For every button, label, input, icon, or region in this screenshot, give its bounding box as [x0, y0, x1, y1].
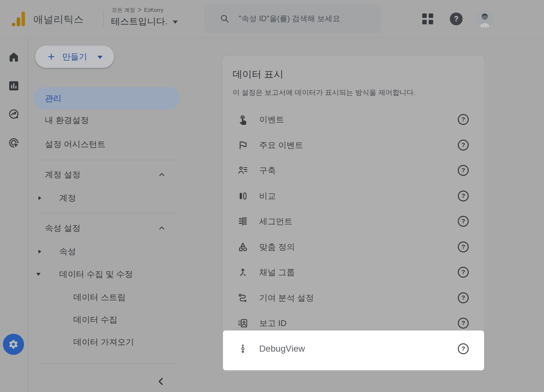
chevron-down-icon	[173, 20, 178, 24]
help-circle-icon[interactable]: ?	[458, 241, 469, 252]
audience-icon	[237, 165, 248, 176]
search-icon	[219, 13, 230, 24]
help-circle-icon[interactable]: ?	[458, 191, 469, 201]
sidebar-item-admin-label: 관리	[45, 93, 62, 104]
chevron-up-icon[interactable]	[158, 170, 166, 179]
header-divider	[103, 11, 103, 27]
flag-icon	[237, 140, 248, 151]
help-circle-icon[interactable]: ?	[458, 114, 469, 125]
breadcrumb-account[interactable]: EzKorry	[144, 7, 163, 13]
product-name: 애널리틱스	[33, 13, 84, 26]
search-bar[interactable]	[204, 4, 381, 33]
breadcrumb-all-accounts[interactable]: 모든 계정	[112, 6, 135, 14]
advertising-icon[interactable]	[8, 137, 20, 149]
card-row-label: 맞춤 정의	[259, 234, 295, 260]
card-row-label: 주요 이벤트	[259, 132, 303, 158]
gear-icon	[8, 339, 19, 349]
card-row-label: 이벤트	[259, 107, 284, 132]
card-row[interactable]: DebugView?	[222, 336, 484, 362]
create-button[interactable]: 만들기	[35, 45, 114, 68]
expand-right-icon[interactable]	[38, 196, 42, 200]
help-circle-icon[interactable]: ?	[458, 292, 469, 303]
sidebar-divider	[40, 160, 177, 160]
analytics-logo-icon[interactable]	[12, 12, 25, 26]
data-display-card: 데이터 표시 이 설정은 보고서에 데이터가 표시되는 방식을 제어합니다. 이…	[222, 55, 485, 372]
help-circle-icon[interactable]: ?	[458, 318, 469, 329]
explore-icon[interactable]	[8, 108, 20, 120]
sidebar-item-my-preferences[interactable]: 내 환경설정	[45, 115, 89, 126]
compare-icon	[237, 191, 248, 201]
card-row[interactable]: 맞춤 정의?	[222, 234, 484, 260]
breadcrumb[interactable]: 모든 계정 > EzKorry	[112, 6, 163, 14]
card-row[interactable]: 구축?	[222, 158, 484, 183]
help-circle-icon[interactable]: ?	[458, 140, 469, 151]
sidebar-item-account[interactable]: 계정	[59, 192, 76, 204]
sidebar-item-data-streams[interactable]: 데이터 스트림	[73, 292, 126, 303]
admin-gear-button[interactable]	[3, 334, 24, 355]
help-circle-icon[interactable]: ?	[458, 343, 469, 354]
card-row-label: 세그먼트	[259, 208, 293, 234]
route-icon	[237, 292, 248, 303]
shapes-icon	[237, 241, 248, 252]
top-app-bar: 애널리틱스 모든 계정 > EzKorry 테스트입니다. ?	[0, 0, 544, 38]
reports-icon[interactable]	[8, 80, 20, 92]
sidebar-divider	[40, 213, 177, 213]
sidebar-item-property[interactable]: 속성	[59, 246, 76, 257]
card-subtitle: 이 설정은 보고서에 데이터가 표시되는 방식을 제어합니다.	[233, 88, 416, 97]
google-apps-grid-icon[interactable]	[422, 13, 433, 24]
merge-arrow-icon	[237, 267, 248, 278]
segment-icon	[237, 216, 248, 227]
badge-id-icon	[237, 318, 248, 329]
card-row-label: 비교	[259, 183, 276, 209]
card-row[interactable]: 주요 이벤트?	[222, 132, 484, 158]
sidebar-item-data-import[interactable]: 데이터 수집	[73, 314, 117, 325]
sidebar-item-setup-assistant[interactable]: 설정 어시스턴트	[45, 139, 105, 150]
property-selector[interactable]: 테스트입니다.	[111, 15, 178, 28]
card-row[interactable]: 채널 그룹?	[222, 259, 484, 285]
chevron-down-icon	[97, 56, 103, 59]
debug-route-icon	[237, 343, 248, 354]
plus-icon	[46, 52, 56, 62]
collapse-sidebar-button[interactable]	[156, 376, 166, 387]
card-row[interactable]: 보고 ID?	[222, 310, 484, 336]
expand-down-icon[interactable]	[36, 272, 41, 276]
card-row[interactable]: 세그먼트?	[222, 208, 484, 234]
search-input[interactable]	[238, 14, 374, 23]
card-row-label: DebugView	[259, 336, 305, 362]
card-row-label: 구축	[259, 158, 276, 183]
card-title: 데이터 표시	[233, 68, 283, 81]
nav-rail	[0, 38, 29, 392]
section-property-settings[interactable]: 속성 설정	[45, 223, 80, 234]
card-row[interactable]: 이벤트?	[222, 107, 484, 132]
help-circle-icon[interactable]: ?	[458, 267, 469, 278]
sidebar-item-data-collection[interactable]: 데이터 수집 및 수정	[59, 269, 133, 280]
property-title: 테스트입니다.	[111, 15, 168, 28]
breadcrumb-chevron-icon: >	[138, 6, 141, 14]
card-row[interactable]: 기여 분석 설정?	[222, 285, 484, 311]
card-row-label: 보고 ID	[259, 310, 286, 336]
card-row[interactable]: 비교?	[222, 183, 484, 209]
home-icon[interactable]	[8, 51, 20, 63]
card-row-label: 채널 그룹	[259, 259, 295, 285]
sidebar-divider	[40, 363, 177, 363]
create-button-label: 만들기	[62, 51, 87, 62]
help-button[interactable]: ?	[450, 12, 463, 25]
card-row-label: 기여 분석 설정	[259, 285, 314, 311]
section-account-settings[interactable]: 계정 설정	[45, 169, 80, 180]
help-circle-icon[interactable]: ?	[458, 165, 469, 176]
help-circle-icon[interactable]: ?	[458, 216, 469, 227]
avatar[interactable]	[476, 10, 493, 28]
expand-right-icon[interactable]	[38, 249, 42, 254]
tap-icon	[237, 114, 248, 125]
sidebar-item-data-import2[interactable]: 데이터 가져오기	[73, 337, 134, 348]
chevron-up-icon[interactable]	[158, 224, 166, 232]
